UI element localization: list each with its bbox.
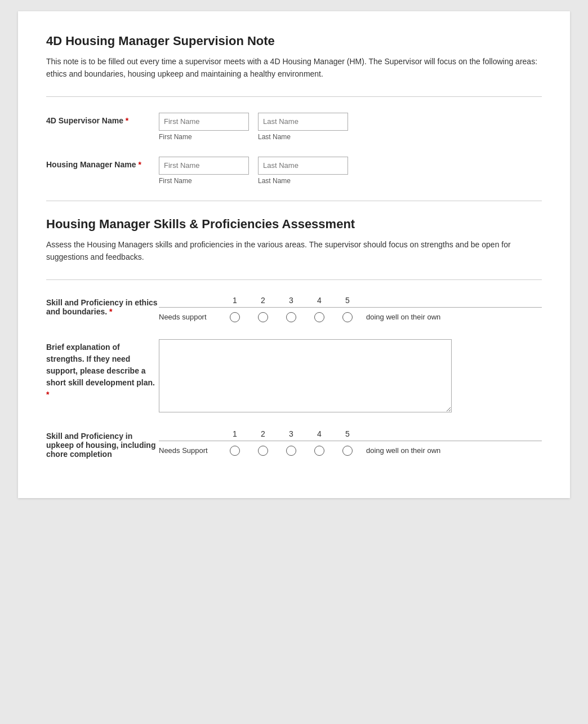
skill1-rating-content: 1 2 3 4 5 Needs support [159,296,542,322]
skill2-num-3: 3 [277,429,305,438]
skill2-radio-group [221,446,362,456]
divider-2 [46,201,542,201]
skill2-radio-2[interactable] [258,446,268,456]
housing-manager-required: * [138,160,141,169]
supervisor-last-name-group: Last Name [258,113,348,141]
housing-manager-last-name-group: Last Name [258,157,348,185]
skill2-num-4: 4 [305,429,333,438]
skill2-radio-slot-5 [333,446,362,456]
supervisor-last-name-input[interactable] [258,113,348,131]
skill1-num-5: 5 [333,296,362,305]
skill1-radio-slot-1 [221,312,249,322]
housing-manager-first-name-group: First Name [159,157,249,185]
skill2-radio-slot-1 [221,446,249,456]
divider-1 [46,96,542,97]
skill1-num-2: 2 [249,296,277,305]
skill2-radio-5[interactable] [342,446,353,456]
skill1-num-3: 3 [277,296,305,305]
skill1-radio-4[interactable] [314,312,324,322]
supervisor-label: 4D Supervisor Name * [46,113,159,125]
skill1-radio-group [221,312,362,322]
skill2-radio-row: Needs Support [159,446,542,456]
skill1-radio-3[interactable] [286,312,296,322]
brief-explanation-row: Brief explanation of strengths. If they … [46,339,542,412]
skill2-num-5: 5 [333,429,362,438]
supervisor-last-name-label: Last Name [258,133,348,141]
brief-explanation-textarea[interactable] [159,339,452,412]
skill1-num-4: 4 [305,296,333,305]
skill2-label: Skill and Proficiency in upkeep of housi… [46,429,159,459]
assessment-title: Housing Manager Skills & Proficiencies A… [46,217,542,232]
supervisor-first-name-label: First Name [159,133,249,141]
skill2-radio-slot-3 [277,446,305,456]
skill1-label: Skill and Proficiency in ethics and boun… [46,296,159,316]
skill1-required: * [109,307,112,316]
skill1-radio-row: Needs support [159,312,542,322]
page-container: 4D Housing Manager Supervision Note This… [18,11,570,498]
brief-explanation-required: * [46,390,49,399]
skill2-left-label: Needs Support [159,446,221,455]
skill2-right-label: doing well on their own [366,446,440,455]
supervisor-first-name-group: First Name [159,113,249,141]
housing-manager-last-name-label: Last Name [258,177,348,185]
supervisor-required: * [126,116,128,125]
skill1-field-row: Skill and Proficiency in ethics and boun… [46,296,542,322]
skill1-left-label: Needs support [159,313,221,321]
skill2-rating-header: 1 2 3 4 5 [159,429,542,441]
skill1-radio-slot-2 [249,312,277,322]
skill2-rating-content: 1 2 3 4 5 Needs Support [159,429,542,456]
skill2-field-row: Skill and Proficiency in upkeep of housi… [46,429,542,459]
supervisor-field-row: 4D Supervisor Name * First Name Last Nam… [46,113,542,141]
housing-manager-label: Housing Manager Name * [46,157,159,169]
assessment-description: Assess the Housing Managers skills and p… [46,238,542,264]
housing-manager-first-name-label: First Name [159,177,249,185]
skill1-numbers: 1 2 3 4 5 [221,296,362,305]
skill1-radio-slot-3 [277,312,305,322]
housing-manager-inputs: First Name Last Name [159,157,348,185]
supervisor-inputs: First Name Last Name [159,113,348,141]
page-title: 4D Housing Manager Supervision Note [46,34,542,48]
skill1-radio-5[interactable] [342,312,353,322]
housing-manager-name-inputs: First Name Last Name [159,157,348,185]
skill1-rating-header: 1 2 3 4 5 [159,296,542,308]
supervisor-first-name-input[interactable] [159,113,249,131]
page-description: This note is to be filled out every time… [46,55,542,81]
housing-manager-field-row: Housing Manager Name * First Name Last N… [46,157,542,185]
divider-3 [46,279,542,280]
supervisor-name-inputs: First Name Last Name [159,113,348,141]
skill2-radio-slot-4 [305,446,333,456]
skill1-radio-1[interactable] [230,312,240,322]
housing-manager-last-name-input[interactable] [258,157,348,175]
skill2-radio-3[interactable] [286,446,296,456]
skill1-right-label: doing well on their own [366,313,440,321]
skill2-radio-1[interactable] [230,446,240,456]
skill1-radio-slot-5 [333,312,362,322]
skill2-radio-slot-2 [249,446,277,456]
skill2-num-1: 1 [221,429,249,438]
skill2-num-2: 2 [249,429,277,438]
skill2-numbers: 1 2 3 4 5 [221,429,362,438]
skill2-radio-4[interactable] [314,446,324,456]
skill1-num-1: 1 [221,296,249,305]
brief-explanation-label: Brief explanation of strengths. If they … [46,339,159,401]
skill1-radio-2[interactable] [258,312,268,322]
skill1-radio-slot-4 [305,312,333,322]
housing-manager-first-name-input[interactable] [159,157,249,175]
